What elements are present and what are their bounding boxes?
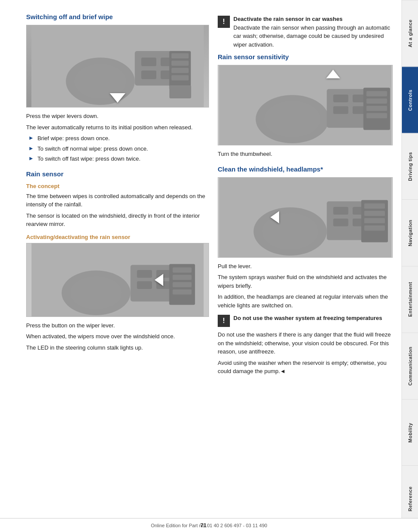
bullet-text-2: To switch off normal wipe: press down on… bbox=[37, 145, 148, 153]
svg-rect-10 bbox=[172, 61, 189, 66]
bullet-1: ► Brief wipe: press down once. bbox=[26, 134, 209, 143]
svg-rect-43 bbox=[333, 207, 348, 215]
warning-icon-2 bbox=[218, 315, 230, 327]
sidebar-tab-mobility[interactable]: Mobility bbox=[402, 399, 418, 466]
svg-rect-25 bbox=[172, 289, 191, 294]
warning-text-2: Do not use the washer system at freezing… bbox=[233, 314, 382, 323]
svg-rect-23 bbox=[172, 275, 191, 280]
arrow-down-icon bbox=[110, 93, 125, 103]
svg-rect-24 bbox=[172, 282, 191, 287]
concept-body1: The time between wipes is controlled aut… bbox=[26, 192, 209, 209]
section-title-sensitivity: Rain sensor sensitivity bbox=[218, 53, 393, 61]
svg-point-28 bbox=[264, 101, 320, 137]
rain-sensor-image bbox=[26, 243, 209, 317]
warning-body-1: Deactivate the rain sensor when passing … bbox=[233, 24, 390, 48]
left-column: Switching off and brief wipe bbox=[26, 13, 209, 515]
clean-body3: In addition, the headlamps are cleaned a… bbox=[218, 293, 393, 310]
bullet-arrow-1: ► bbox=[28, 135, 34, 141]
svg-rect-22 bbox=[172, 267, 191, 273]
warning-text-1: Deactivate the rain sensor in car washes… bbox=[233, 15, 393, 49]
bullet-3: ► To switch off fast wipe: press down tw… bbox=[26, 155, 209, 163]
subsection-concept: The concept bbox=[26, 183, 209, 189]
svg-rect-9 bbox=[172, 53, 189, 58]
svg-rect-4 bbox=[141, 57, 156, 66]
arrow-left-icon bbox=[155, 274, 163, 286]
sensitivity-image bbox=[218, 65, 393, 145]
svg-rect-38 bbox=[366, 113, 387, 118]
footer-text: Online Edition for Part no. 01 40 2 606 … bbox=[151, 523, 267, 528]
sidebar-label-reference: Reference bbox=[408, 486, 413, 512]
warning-box-2: Do not use the washer system at freezing… bbox=[218, 314, 393, 327]
section-title-switching: Switching off and brief wipe bbox=[26, 13, 209, 20]
sidebar-label-communication: Communication bbox=[408, 347, 413, 386]
sidebar-label-navigation: Navigation bbox=[408, 220, 413, 246]
sidebar-label-driving-tips: Driving tips bbox=[408, 152, 413, 181]
wiper-body1: Press the wiper levers down. bbox=[26, 112, 209, 121]
svg-rect-19 bbox=[137, 281, 152, 289]
arrow-up-icon bbox=[326, 70, 340, 78]
activating-body1: Press the button on the wiper lever. bbox=[26, 321, 209, 330]
sidebar-label-mobility: Mobility bbox=[408, 423, 413, 443]
activating-body3: The LED in the steering column stalk lig… bbox=[26, 343, 209, 352]
arrow-left-clean-icon bbox=[270, 211, 279, 223]
clean-svg bbox=[218, 178, 392, 257]
sidebar-tab-controls[interactable]: Controls bbox=[402, 67, 418, 133]
sensitivity-svg bbox=[218, 65, 392, 145]
svg-rect-49 bbox=[364, 211, 385, 216]
sidebar-tab-driving-tips[interactable]: Driving tips bbox=[402, 133, 418, 200]
page-number: 71 bbox=[200, 522, 206, 529]
svg-rect-37 bbox=[366, 106, 387, 111]
svg-point-15 bbox=[70, 276, 122, 309]
sensitivity-body: Turn the thumbwheel. bbox=[218, 150, 393, 158]
wiper-body2: The lever automatically returns to its i… bbox=[26, 123, 209, 132]
bullet-text-1: Brief wipe: press down once. bbox=[37, 134, 110, 143]
warning-title-1: Deactivate the rain sensor in car washes bbox=[233, 16, 343, 22]
sidebar-label-at-a-glance: At a glance bbox=[408, 20, 413, 47]
svg-rect-51 bbox=[364, 225, 385, 230]
bullet-text-3: To switch off fast wipe: press down twic… bbox=[37, 155, 141, 163]
car-interior-sim bbox=[27, 25, 209, 107]
main-content: Switching off and brief wipe bbox=[0, 0, 401, 532]
warning-title-2: Do not use the washer system at freezing… bbox=[233, 315, 382, 321]
section-title-clean: Clean the windshield, headlamps* bbox=[218, 165, 393, 173]
sidebar-tab-at-a-glance[interactable]: At a glance bbox=[402, 0, 418, 67]
wiper-image-top bbox=[26, 25, 209, 108]
warning-icon-1 bbox=[218, 16, 230, 28]
sidebar-tab-entertainment[interactable]: Entertainment bbox=[402, 266, 418, 333]
section-title-rain: Rain sensor bbox=[26, 170, 209, 178]
activating-body2: When activated, the wipers move over the… bbox=[26, 332, 209, 341]
svg-rect-11 bbox=[172, 68, 189, 73]
right-column: Deactivate the rain sensor in car washes… bbox=[218, 13, 393, 515]
sidebar-tab-communication[interactable]: Communication bbox=[402, 333, 418, 399]
svg-rect-12 bbox=[172, 75, 189, 81]
warning-detail-text: Do not use the washers if there is any d… bbox=[218, 330, 393, 356]
svg-rect-32 bbox=[333, 106, 348, 114]
svg-rect-36 bbox=[366, 98, 387, 104]
clean-body2: The system sprays washer fluid on the wi… bbox=[218, 273, 393, 290]
svg-rect-48 bbox=[364, 203, 385, 209]
warning-detail-text2: Avoid using the washer when the reservoi… bbox=[218, 359, 393, 376]
sidebar-tab-navigation[interactable]: Navigation bbox=[402, 199, 418, 266]
bullet-arrow-3: ► bbox=[28, 155, 34, 162]
svg-rect-30 bbox=[333, 94, 348, 102]
clean-body1: Pull the lever. bbox=[218, 262, 393, 271]
svg-rect-17 bbox=[137, 270, 152, 278]
svg-rect-6 bbox=[141, 71, 156, 79]
concept-body2: The sensor is located on the windshield,… bbox=[26, 212, 209, 229]
warning-box-1: Deactivate the rain sensor in car washes… bbox=[218, 15, 393, 49]
clean-image bbox=[218, 177, 393, 258]
subsection-activating: Activating/deactivating the rain sensor bbox=[26, 234, 209, 240]
bullet-arrow-2: ► bbox=[28, 145, 34, 152]
bottom-bar: 71 Online Edition for Part no. 01 40 2 6… bbox=[0, 518, 418, 532]
svg-rect-50 bbox=[364, 218, 385, 223]
svg-rect-35 bbox=[366, 91, 387, 96]
sidebar-label-entertainment: Entertainment bbox=[408, 282, 413, 317]
svg-rect-45 bbox=[333, 218, 348, 226]
bullet-2: ► To switch off normal wipe: press down … bbox=[26, 145, 209, 153]
page-layout: Switching off and brief wipe bbox=[0, 0, 418, 532]
rain-sensor-svg bbox=[27, 243, 209, 317]
sidebar-label-controls: Controls bbox=[408, 89, 413, 111]
sidebar: At a glance Controls Driving tips Naviga… bbox=[401, 0, 418, 532]
